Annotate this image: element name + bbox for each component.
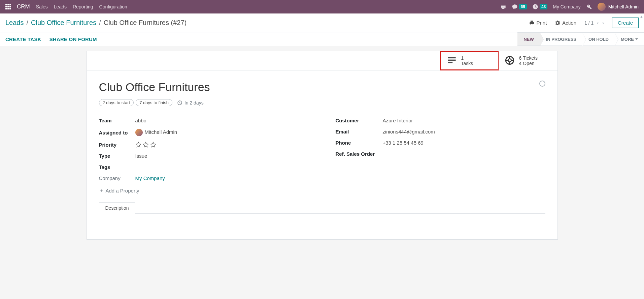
svg-rect-7 [7, 8, 9, 9]
nav-configuration[interactable]: Configuration [99, 4, 127, 9]
star-icon[interactable] [143, 142, 149, 148]
stat-tasks-count: 1 [461, 55, 473, 61]
svg-rect-10 [448, 59, 455, 61]
assigned-name: Mitchell Admin [145, 129, 177, 135]
create-button[interactable]: Create [612, 18, 639, 28]
tags-label: Tags [99, 164, 135, 170]
crumb-current: Club Office Furnitures (#27) [104, 19, 187, 27]
print-button[interactable]: Print [529, 20, 547, 26]
tabs: Description [99, 202, 545, 214]
svg-rect-8 [9, 8, 11, 9]
stat-boxes: 1 Tasks 6 Tickets 4 Open [87, 51, 557, 70]
nav-leads[interactable]: Leads [54, 4, 67, 9]
customer-label: Customer [336, 118, 383, 123]
status-in-progress[interactable]: IN PROGRESS [540, 32, 582, 46]
fields-left: Teamabbc Assigned toMitchell Admin Prior… [99, 115, 309, 193]
svg-rect-11 [448, 62, 452, 63]
phone-value[interactable]: +33 1 25 54 45 69 [383, 140, 423, 146]
status-new-label: NEW [523, 37, 534, 42]
breadcrumb: Leads / Club Office Furnitures / Club Of… [5, 19, 187, 27]
nav-reporting[interactable]: Reporting [73, 4, 93, 9]
activities-button[interactable]: 43 [532, 4, 547, 10]
action-row: CREATE TASK SHARE ON FORUM NEW IN PROGRE… [0, 32, 644, 46]
svg-rect-6 [5, 8, 7, 9]
record-card: 1 Tasks 6 Tickets 4 Open Club Office Fur… [87, 51, 558, 240]
priority-label: Priority [99, 142, 135, 148]
status-bar: NEW IN PROGRESS ON HOLD MORE [517, 32, 644, 46]
team-value[interactable]: abbc [135, 118, 146, 123]
stat-tickets-label: Tickets [523, 55, 538, 61]
avatar-icon [598, 3, 606, 11]
star-icon[interactable] [150, 142, 156, 148]
create-task-button[interactable]: CREATE TASK [5, 36, 41, 42]
stat-tasks[interactable]: 1 Tasks [440, 51, 499, 70]
scroll-up-icon[interactable]: ▲ [640, 14, 643, 19]
breadcrumb-row: Leads / Club Office Furnitures / Club Of… [0, 13, 644, 32]
wrench-icon[interactable] [586, 4, 592, 10]
assigned-avatar-icon [135, 129, 143, 136]
chat-icon [512, 4, 518, 10]
stat-tickets-open-label: Open [523, 61, 534, 66]
customer-value[interactable]: Azure Interior [383, 118, 413, 123]
status-new[interactable]: NEW [517, 32, 540, 46]
crumb-sep: / [99, 19, 101, 27]
status-on-hold[interactable]: ON HOLD [582, 32, 615, 46]
kanban-state-icon[interactable] [539, 81, 545, 87]
print-label: Print [537, 20, 547, 26]
svg-rect-3 [5, 6, 7, 7]
stat-tasks-label: Tasks [461, 61, 473, 66]
main-area: 1 Tasks 6 Tickets 4 Open Club Office Fur… [0, 46, 644, 244]
svg-rect-0 [5, 4, 7, 5]
crumb-club[interactable]: Club Office Furnitures [31, 19, 96, 27]
chip-days-to-start[interactable]: 2 days to start [99, 99, 134, 106]
share-forum-button[interactable]: SHARE ON FORUM [49, 36, 97, 42]
stat-tickets[interactable]: 6 Tickets 4 Open [499, 51, 557, 70]
status-onhold-label: ON HOLD [588, 37, 609, 42]
svg-rect-5 [9, 6, 11, 7]
type-value[interactable]: Issue [135, 153, 147, 159]
brand-label[interactable]: CRM [17, 3, 30, 10]
pager-next-icon[interactable]: › [602, 20, 604, 26]
company-selector[interactable]: My Company [553, 4, 580, 9]
tab-description[interactable]: Description [99, 202, 135, 214]
type-label: Type [99, 153, 135, 159]
email-value[interactable]: zinions444@gmail.com [383, 129, 435, 134]
phone-icon[interactable] [500, 4, 506, 10]
tasks-icon [447, 56, 456, 66]
pager: 1 / 1 ‹ › [584, 20, 604, 26]
messages-badge: 69 [519, 4, 527, 9]
pager-prev-icon[interactable]: ‹ [597, 20, 599, 26]
chip-days-to-finish[interactable]: 7 days to finish [136, 99, 172, 106]
crumb-leads[interactable]: Leads [5, 19, 24, 27]
refso-label: Ref. Sales Order [336, 151, 383, 157]
phone-label: Phone [336, 140, 383, 146]
company-label: Company [99, 175, 135, 181]
user-menu[interactable]: Mitchell Admin [598, 3, 639, 11]
status-inprogress-label: IN PROGRESS [546, 37, 576, 42]
stat-tickets-open-count: 4 [519, 61, 522, 66]
crumb-sep: / [27, 19, 29, 27]
email-label: Email [336, 129, 383, 134]
messages-button[interactable]: 69 [512, 4, 527, 10]
company-value[interactable]: My Company [135, 175, 165, 181]
svg-point-13 [508, 59, 511, 62]
status-more[interactable]: MORE [615, 32, 644, 46]
page-title: Club Office Furnitures [99, 81, 545, 94]
assigned-value[interactable]: Mitchell Admin [135, 129, 177, 136]
schedule-label: In 2 days [184, 100, 204, 106]
star-icon[interactable] [135, 142, 141, 148]
fields-right: CustomerAzure Interior Emailzinions444@g… [336, 115, 545, 193]
action-button[interactable]: Action [555, 20, 576, 26]
schedule-chip[interactable]: In 2 days [177, 100, 204, 106]
add-property-button[interactable]: Add a Property [99, 188, 309, 193]
team-label: Team [99, 118, 135, 123]
svg-rect-9 [448, 57, 455, 58]
clock-icon [532, 4, 538, 10]
assigned-label: Assigned to [99, 130, 135, 136]
apps-icon[interactable] [5, 4, 11, 9]
svg-rect-2 [9, 4, 11, 5]
chevron-down-icon [635, 38, 638, 40]
nav-sales[interactable]: Sales [36, 4, 48, 9]
activities-badge: 43 [540, 4, 547, 9]
lifebuoy-icon [505, 56, 514, 66]
